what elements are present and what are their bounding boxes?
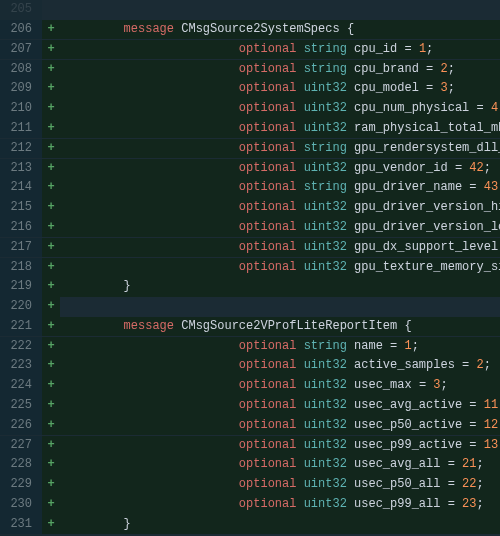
line-number: 212 [0, 139, 42, 159]
field-type: uint32 [304, 101, 347, 115]
field-name: gpu_texture_memory_size_mb [354, 260, 500, 274]
code-content[interactable]: optional string gpu_rendersystem_dll_nam… [60, 139, 500, 159]
line-number: 227 [0, 436, 42, 456]
code-content[interactable]: optional string name = 1; [60, 337, 500, 357]
line-number: 207 [0, 40, 42, 60]
code-content[interactable]: optional uint32 ram_physical_total_mb = … [60, 119, 500, 139]
field-number: 43 [484, 180, 498, 194]
field-name: gpu_rendersystem_dll_name [354, 141, 500, 155]
field-type: uint32 [304, 378, 347, 392]
code-content[interactable]: optional uint32 usec_p99_active = 13; [60, 436, 500, 456]
field-number: 2 [477, 358, 484, 372]
code-line: 220+ [0, 297, 500, 317]
field-name: gpu_vendor_id [354, 161, 448, 175]
code-line: 224+ optional uint32 usec_max = 3; [0, 376, 500, 396]
field-name: cpu_id [354, 42, 397, 56]
code-line: 209+ optional uint32 cpu_model = 3; [0, 79, 500, 99]
code-content[interactable]: optional uint32 cpu_num_physical = 4; [60, 99, 500, 119]
field-type: uint32 [304, 220, 347, 234]
diff-add-marker: + [42, 416, 60, 436]
diff-add-marker: + [42, 198, 60, 218]
field-type: uint32 [304, 398, 347, 412]
field-number: 2 [440, 62, 447, 76]
field-number: 23 [462, 497, 476, 511]
code-content[interactable]: message CMsgSource2SystemSpecs { [60, 20, 500, 40]
code-content[interactable]: message CMsgSource2VProfLiteReportItem { [60, 317, 500, 337]
keyword-optional: optional [239, 457, 297, 471]
code-content[interactable]: optional uint32 gpu_vendor_id = 42; [60, 159, 500, 179]
code-content[interactable]: optional uint32 gpu_driver_version_high … [60, 198, 500, 218]
semicolon: ; [477, 497, 484, 511]
code-line: 228+ optional uint32 usec_avg_all = 21; [0, 455, 500, 475]
line-number: 224 [0, 376, 42, 396]
equals: = [419, 378, 426, 392]
code-content[interactable]: optional uint32 usec_max = 3; [60, 376, 500, 396]
semicolon: ; [412, 339, 419, 353]
equals: = [390, 339, 397, 353]
field-number: 13 [484, 438, 498, 452]
code-line: 214+ optional string gpu_driver_name = 4… [0, 178, 500, 198]
keyword-optional: optional [239, 200, 297, 214]
code-line: 222+ optional string name = 1; [0, 337, 500, 357]
field-number: 12 [484, 418, 498, 432]
field-type: uint32 [304, 161, 347, 175]
code-content[interactable]: optional string gpu_driver_name = 43; [60, 178, 500, 198]
code-content[interactable]: optional uint32 gpu_dx_support_level = 4… [60, 238, 500, 258]
keyword-optional: optional [239, 62, 297, 76]
code-line: 210+ optional uint32 cpu_num_physical = … [0, 99, 500, 119]
diff-add-marker: + [42, 60, 60, 80]
field-type: string [304, 62, 347, 76]
code-line: 226+ optional uint32 usec_p50_active = 1… [0, 416, 500, 436]
field-number: 11 [484, 398, 498, 412]
keyword-optional: optional [239, 180, 297, 194]
keyword-optional: optional [239, 42, 297, 56]
keyword-optional: optional [239, 378, 297, 392]
diff-add-marker: + [42, 436, 60, 456]
code-content[interactable]: optional string cpu_id = 1; [60, 40, 500, 60]
code-content[interactable]: } [60, 515, 500, 535]
code-content[interactable]: optional uint32 usec_p99_all = 23; [60, 495, 500, 515]
field-name: usec_p50_active [354, 418, 462, 432]
field-number: 22 [462, 477, 476, 491]
code-content[interactable]: optional uint32 gpu_driver_version_low =… [60, 218, 500, 238]
field-type: uint32 [304, 358, 347, 372]
code-line: 225+ optional uint32 usec_avg_active = 1… [0, 396, 500, 416]
code-content[interactable]: optional uint32 usec_p50_active = 12; [60, 416, 500, 436]
code-line: 208+ optional string cpu_brand = 2; [0, 59, 500, 79]
code-content[interactable]: optional string cpu_brand = 2; [60, 60, 500, 80]
diff-add-marker: + [42, 455, 60, 475]
field-number: 4 [491, 101, 498, 115]
code-content[interactable]: optional uint32 usec_avg_all = 21; [60, 455, 500, 475]
field-name: gpu_driver_version_low [354, 220, 500, 234]
brace-open: { [404, 319, 411, 333]
code-line: 227+ optional uint32 usec_p99_active = 1… [0, 436, 500, 456]
field-type: uint32 [304, 438, 347, 452]
code-content[interactable]: optional uint32 cpu_model = 3; [60, 79, 500, 99]
field-type: string [304, 180, 347, 194]
keyword-optional: optional [239, 260, 297, 274]
code-content[interactable]: optional uint32 gpu_texture_memory_size_… [60, 258, 500, 278]
semicolon: ; [484, 161, 491, 175]
diff-add-marker: + [42, 119, 60, 139]
field-name: active_samples [354, 358, 455, 372]
field-type: uint32 [304, 497, 347, 511]
code-content[interactable]: optional uint32 usec_avg_active = 11; [60, 396, 500, 416]
keyword-optional: optional [239, 497, 297, 511]
field-type: uint32 [304, 260, 347, 274]
keyword-optional: optional [239, 438, 297, 452]
keyword-optional: optional [239, 240, 297, 254]
brace-open: { [347, 22, 354, 36]
code-content[interactable]: } [60, 277, 500, 297]
field-type: uint32 [304, 81, 347, 95]
diff-add-marker: + [42, 396, 60, 416]
code-line: 211+ optional uint32 ram_physical_total_… [0, 119, 500, 139]
code-content[interactable]: optional uint32 active_samples = 2; [60, 356, 500, 376]
field-name: cpu_num_physical [354, 101, 469, 115]
line-number: 218 [0, 258, 42, 278]
code-content[interactable]: optional uint32 usec_p50_all = 22; [60, 475, 500, 495]
code-line: 213+ optional uint32 gpu_vendor_id = 42; [0, 158, 500, 178]
keyword-optional: optional [239, 220, 297, 234]
field-type: uint32 [304, 200, 347, 214]
line-number: 214 [0, 178, 42, 198]
semicolon: ; [426, 42, 433, 56]
